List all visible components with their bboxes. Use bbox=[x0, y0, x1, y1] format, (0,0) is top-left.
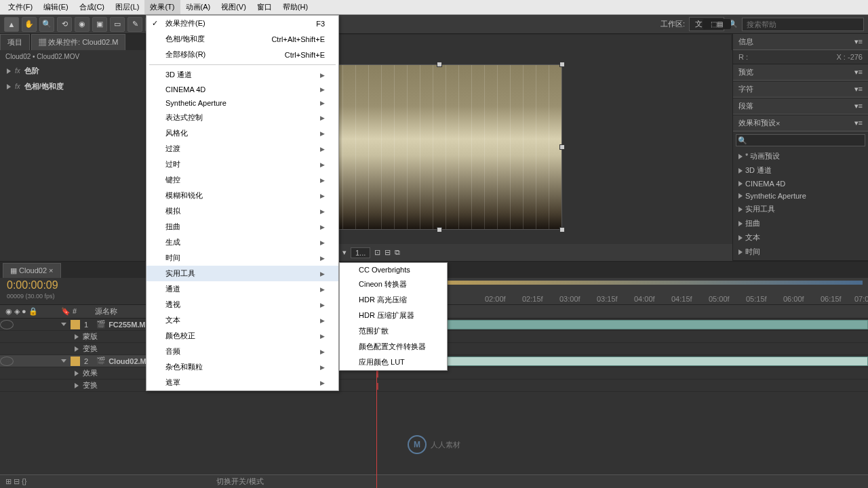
effect-levels[interactable]: fx色阶 bbox=[0, 63, 145, 79]
menu-comp[interactable]: 合成(C) bbox=[74, 0, 110, 14]
effect-hue-sat[interactable]: fx色相/饱和度 bbox=[0, 79, 145, 94]
para-panel-title[interactable]: 段落 bbox=[738, 101, 753, 111]
menu-item[interactable]: 过渡▶ bbox=[146, 141, 338, 157]
zoom-tool-icon[interactable]: 🔍 bbox=[39, 17, 54, 32]
visibility-toggle[interactable] bbox=[0, 320, 14, 329]
menu-window[interactable]: 窗口 bbox=[252, 0, 277, 14]
selection-tool-icon[interactable]: ▲ bbox=[4, 17, 19, 32]
misc-icon[interactable]: ⊡ bbox=[374, 248, 380, 257]
viewer-frame[interactable] bbox=[317, 64, 562, 230]
preset-item[interactable]: 时间 bbox=[733, 245, 868, 259]
menu-animation[interactable]: 动画(A) bbox=[180, 0, 216, 14]
rect-tool-icon[interactable]: ▭ bbox=[110, 17, 125, 32]
handle-tr[interactable] bbox=[559, 62, 565, 67]
menu-item[interactable]: 模糊和锐化▶ bbox=[146, 188, 338, 203]
menu-item[interactable]: 通道▶ bbox=[146, 281, 338, 297]
submenu-item[interactable]: Cineon 转换器 bbox=[340, 277, 447, 292]
preview-panel-title[interactable]: 预览 bbox=[738, 67, 753, 77]
handle-br[interactable] bbox=[559, 227, 565, 232]
hand-tool-icon[interactable]: ✋ bbox=[22, 17, 37, 32]
menu-item[interactable]: 扭曲▶ bbox=[146, 219, 338, 235]
effects-panel-title[interactable]: 效果和预设 bbox=[738, 118, 776, 128]
menu-help[interactable]: 帮助(H) bbox=[277, 0, 313, 14]
expand-icon[interactable] bbox=[75, 346, 79, 352]
preset-item[interactable]: CINEMA 4D bbox=[733, 178, 868, 190]
prop-transform[interactable]: 变换 bbox=[83, 344, 98, 354]
submenu-item[interactable]: 颜色配置文件转换器 bbox=[340, 339, 447, 354]
expand-icon[interactable] bbox=[75, 334, 79, 340]
menu-item[interactable]: 3D 通道▶ bbox=[146, 67, 338, 83]
effects-search[interactable] bbox=[736, 134, 865, 146]
menu-layer[interactable]: 图层(L) bbox=[110, 0, 144, 14]
preset-item[interactable]: * 动画预设 bbox=[733, 149, 868, 163]
menu-item[interactable]: 色相/饱和度Ctrl+Alt+Shift+E bbox=[146, 31, 338, 47]
layer-name[interactable]: Cloud02.M bbox=[108, 357, 146, 365]
menu-item[interactable]: 实用工具▶ bbox=[146, 266, 338, 281]
preset-item[interactable]: 3D 通道 bbox=[733, 163, 868, 178]
menu-item[interactable]: 颜色校正▶ bbox=[146, 328, 338, 344]
expand-icon[interactable] bbox=[7, 84, 11, 89]
submenu-item[interactable]: HDR 压缩扩展器 bbox=[340, 308, 447, 323]
menu-view[interactable]: 视图(V) bbox=[216, 0, 252, 14]
layer-name[interactable]: FC255M.M bbox=[108, 321, 145, 329]
search-input[interactable] bbox=[742, 18, 864, 31]
layer-color[interactable] bbox=[71, 357, 80, 366]
pen-tool-icon[interactable]: ✎ bbox=[127, 17, 142, 32]
menu-item[interactable]: 键控▶ bbox=[146, 172, 338, 188]
anchor-tool-icon[interactable]: ▣ bbox=[92, 17, 107, 32]
handle-tm[interactable] bbox=[437, 62, 442, 67]
menu-file[interactable]: 文件(F) bbox=[3, 0, 38, 14]
menu-item[interactable]: 音频▶ bbox=[146, 344, 338, 359]
menu-item[interactable]: 表达式控制▶ bbox=[146, 110, 338, 125]
prop-effects[interactable]: 效果 bbox=[83, 368, 98, 378]
panel-menu-icon[interactable]: ▾≡ bbox=[854, 37, 863, 46]
camera-tool-icon[interactable]: ◉ bbox=[75, 17, 90, 32]
tab-effect-controls[interactable]: ▦ 效果控件: Cloud02.M bbox=[31, 34, 125, 50]
panel-menu-icon[interactable]: ▾≡ bbox=[854, 68, 863, 77]
tab-project[interactable]: 项目 bbox=[0, 34, 30, 50]
misc-icon3[interactable]: ⧉ bbox=[395, 248, 400, 257]
toggle-icon[interactable]: ⊞ ⊟ {} bbox=[5, 477, 26, 486]
menu-item[interactable]: 时间▶ bbox=[146, 250, 338, 266]
menu-item[interactable]: CINEMA 4D▶ bbox=[146, 83, 338, 96]
expand-icon[interactable] bbox=[61, 323, 66, 326]
preset-item[interactable]: Synthetic Aperture bbox=[733, 190, 868, 202]
menu-edit[interactable]: 编辑(E) bbox=[38, 0, 74, 14]
info-panel-title[interactable]: 信息 bbox=[738, 37, 753, 47]
submenu-item[interactable]: HDR 高光压缩 bbox=[340, 292, 447, 308]
panel-menu-icon[interactable]: ▾≡ bbox=[854, 102, 863, 110]
misc-icon2[interactable]: ⊟ bbox=[384, 248, 391, 257]
menu-effects[interactable]: 效果(T) bbox=[144, 0, 180, 14]
menu-item[interactable]: 文本▶ bbox=[146, 312, 338, 328]
menu-item[interactable]: Synthetic Aperture▶ bbox=[146, 96, 338, 110]
expand-icon[interactable] bbox=[75, 371, 79, 376]
menu-item[interactable]: 模拟▶ bbox=[146, 203, 338, 219]
menu-item[interactable]: 遮罩▶ bbox=[146, 375, 338, 390]
col-source[interactable]: 源名称 bbox=[95, 306, 117, 317]
menu-item[interactable]: 全部移除(R)Ctrl+Shift+E bbox=[146, 47, 338, 62]
submenu-item[interactable]: 应用颜色 LUT bbox=[340, 354, 447, 370]
visibility-toggle[interactable] bbox=[0, 357, 14, 366]
expand-icon[interactable] bbox=[7, 68, 11, 74]
panel-menu-icon[interactable]: ▾≡ bbox=[854, 119, 863, 127]
preset-item[interactable]: 扭曲 bbox=[733, 216, 868, 230]
toggle-switches[interactable]: 切换开关/模式 bbox=[216, 476, 263, 487]
menu-item[interactable]: 过时▶ bbox=[146, 157, 338, 172]
menu-item[interactable]: 透视▶ bbox=[146, 297, 338, 312]
view-select[interactable]: 1... bbox=[351, 247, 370, 258]
prop-transform[interactable]: 变换 bbox=[83, 380, 98, 390]
menu-item[interactable]: ✓效果控件(E)F3 bbox=[146, 16, 338, 31]
char-panel-title[interactable]: 字符 bbox=[738, 84, 753, 94]
submenu-item[interactable]: 范围扩散 bbox=[340, 323, 447, 339]
menu-item[interactable]: 杂色和颗粒▶ bbox=[146, 359, 338, 375]
expand-icon[interactable] bbox=[61, 359, 66, 363]
submenu-item[interactable]: CC Overbrights bbox=[340, 263, 447, 277]
preset-item[interactable]: 实用工具 bbox=[733, 202, 868, 216]
layer-color[interactable] bbox=[71, 320, 80, 329]
prop-masks[interactable]: 蒙版 bbox=[83, 331, 98, 342]
expand-icon[interactable] bbox=[75, 383, 79, 388]
menu-item[interactable]: 风格化▶ bbox=[146, 125, 338, 141]
handle-mr[interactable] bbox=[559, 144, 565, 150]
handle-bm[interactable] bbox=[437, 227, 442, 232]
menu-item[interactable]: 生成▶ bbox=[146, 235, 338, 250]
